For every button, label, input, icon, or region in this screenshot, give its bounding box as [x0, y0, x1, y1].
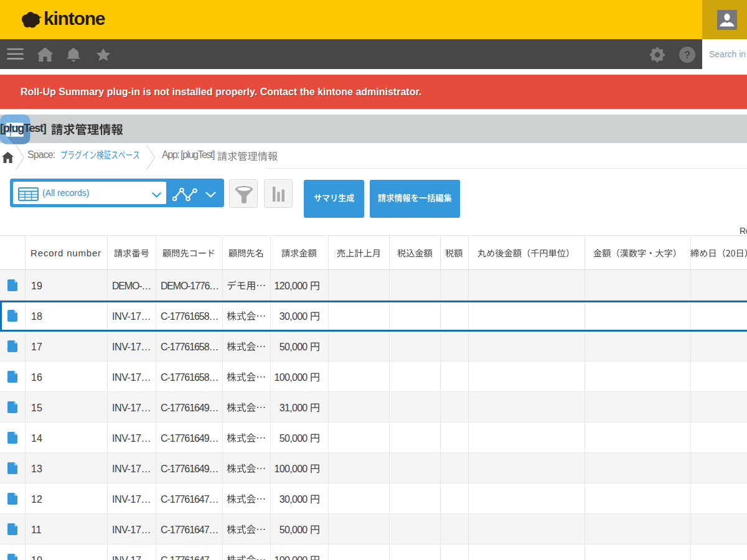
svg-text:?: ? [684, 49, 690, 61]
